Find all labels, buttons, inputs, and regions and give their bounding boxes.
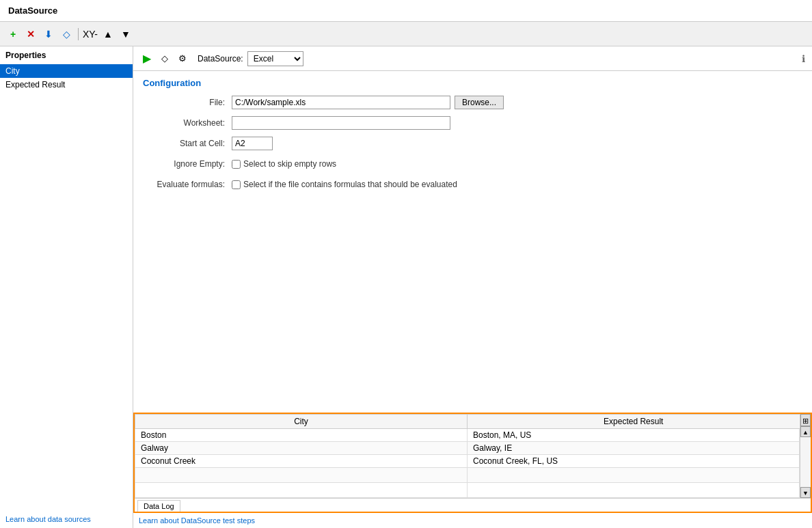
right-panel: ▶ ◇ ⚙ DataSource: Excel CSV XML JSON Dat… [133, 46, 812, 528]
file-row: File: Browse... [143, 95, 802, 110]
app-container: DataSource + ✕ ⬇ ◇ XY- ▲ ▼ Properties Ci… [0, 0, 812, 528]
learn-datasources-link[interactable]: Learn about data sources [5, 515, 91, 523]
move-down-button[interactable]: ▼ [118, 27, 133, 42]
datasource-label: DataSource: [198, 54, 243, 64]
ignore-empty-checkbox-group: Select to skip empty rows [232, 159, 336, 169]
add-button[interactable]: + [5, 27, 21, 42]
table-row: Boston Boston, MA, US [135, 429, 800, 442]
city-cell: Boston [135, 429, 468, 442]
file-input[interactable] [232, 96, 450, 109]
reset-button[interactable]: ◇ [158, 52, 172, 66]
empty-city-cell [135, 468, 468, 483]
bottom-section: City Expected Result Boston Boston, MA, … [133, 413, 812, 513]
property-item-city[interactable]: City [0, 64, 133, 78]
expected-result-cell: Boston, MA, US [468, 429, 800, 442]
data-table: City Expected Result Boston Boston, MA, … [135, 414, 800, 498]
settings-button[interactable]: ⚙ [176, 52, 189, 66]
delete-button[interactable]: ✕ [23, 27, 38, 42]
config-section: Configuration File: Browse... Worksheet: [133, 71, 812, 413]
table-row: Coconut Creek Coconut Creek, FL, US [135, 455, 800, 468]
table-row: Galway Galway, IE [135, 442, 800, 455]
info-icon[interactable]: ℹ [802, 53, 805, 64]
play-button[interactable]: ▶ [140, 52, 154, 66]
empty-city-cell [135, 483, 468, 498]
city-cell: Galway [135, 442, 468, 455]
ignore-empty-text: Select to skip empty rows [243, 159, 336, 169]
diamond-button[interactable]: ◇ [59, 27, 74, 42]
start-cell-label: Start at Cell: [143, 139, 232, 148]
main-content: Properties City Expected Result Learn ab… [0, 46, 812, 528]
bottom-footer: Learn about DataSource test steps [133, 513, 812, 528]
ignore-empty-label: Ignore Empty: [143, 159, 232, 169]
expected-result-cell: Coconut Creek, FL, US [468, 455, 800, 468]
config-title: Configuration [143, 78, 802, 88]
scrollbar-up-button[interactable]: ▲ [800, 426, 811, 437]
toolbar-separator [78, 28, 79, 40]
expected-result-cell: Galway, IE [468, 442, 800, 455]
ignore-empty-checkbox[interactable] [232, 160, 241, 169]
browse-button[interactable]: Browse... [455, 96, 504, 109]
evaluate-formulas-row: Evaluate formulas: Select if the file co… [143, 177, 802, 192]
move-up-button[interactable]: ▲ [100, 27, 116, 42]
left-panel: Properties City Expected Result Learn ab… [0, 46, 133, 528]
properties-list: City Expected Result [0, 64, 133, 510]
xy-button[interactable]: XY- [83, 27, 98, 42]
title-bar: DataSource [0, 0, 812, 22]
table-scrollbar: ⊞ ▲ ▼ [800, 414, 811, 498]
app-title: DataSource [8, 5, 57, 16]
table-row-empty-2 [135, 483, 800, 498]
learn-datasource-steps-link[interactable]: Learn about DataSource test steps [139, 516, 255, 525]
download-button[interactable]: ⬇ [41, 27, 56, 42]
data-log-tab[interactable]: Data Log [137, 500, 180, 512]
ignore-empty-row: Ignore Empty: Select to skip empty rows [143, 156, 802, 171]
datasource-select[interactable]: Excel CSV XML JSON Database [247, 51, 303, 66]
scrollbar-track [800, 437, 811, 487]
city-cell: Coconut Creek [135, 455, 468, 468]
properties-header: Properties [0, 46, 133, 64]
evaluate-formulas-label: Evaluate formulas: [143, 180, 232, 189]
file-input-group: Browse... [232, 96, 802, 109]
worksheet-input[interactable] [232, 116, 450, 130]
table-row-empty-1 [135, 468, 800, 483]
bottom-tabs: Data Log [135, 498, 811, 512]
export-icon[interactable]: ⊞ [800, 414, 811, 426]
table-wrapper: City Expected Result Boston Boston, MA, … [135, 414, 811, 498]
col-header-expected-result: Expected Result [468, 415, 800, 429]
worksheet-row: Worksheet: [143, 115, 802, 130]
evaluate-formulas-checkbox-group: Select if the file contains formulas tha… [232, 180, 457, 189]
scrollbar-down-button[interactable]: ▼ [800, 487, 811, 498]
col-header-city: City [135, 415, 468, 429]
main-toolbar: + ✕ ⬇ ◇ XY- ▲ ▼ [0, 22, 812, 46]
evaluate-formulas-text: Select if the file contains formulas tha… [243, 180, 457, 189]
left-panel-footer: Learn about data sources [0, 510, 133, 528]
empty-result-cell [468, 468, 800, 483]
worksheet-label: Worksheet: [143, 118, 232, 128]
config-toolbar: ▶ ◇ ⚙ DataSource: Excel CSV XML JSON Dat… [133, 46, 812, 71]
table-scroll-area: City Expected Result Boston Boston, MA, … [135, 414, 800, 498]
start-cell-input[interactable] [232, 137, 273, 150]
file-label: File: [143, 98, 232, 107]
empty-result-cell [468, 483, 800, 498]
property-item-expected-result[interactable]: Expected Result [0, 78, 133, 92]
start-cell-row: Start at Cell: [143, 136, 802, 151]
evaluate-formulas-checkbox[interactable] [232, 180, 241, 189]
